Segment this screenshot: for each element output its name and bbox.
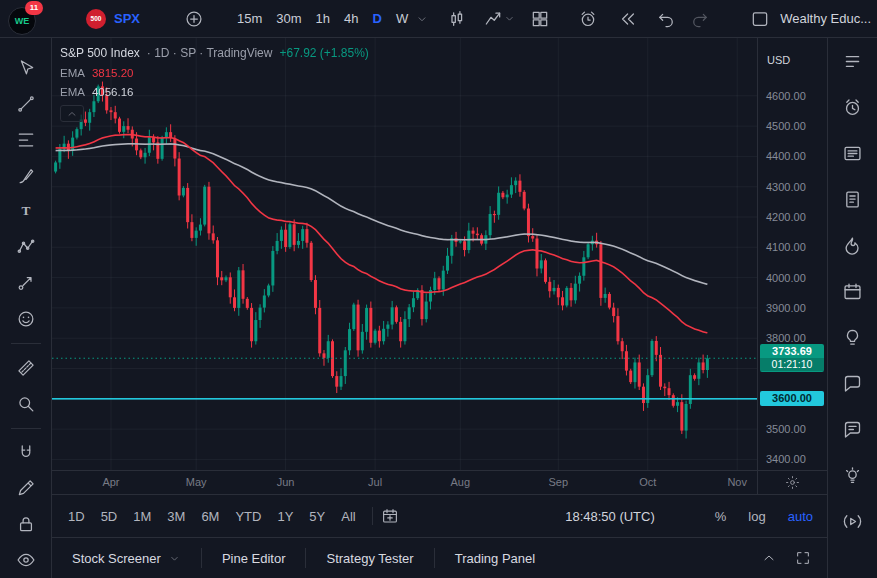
chart-style-button[interactable] xyxy=(447,9,467,29)
go-to-date-button[interactable] xyxy=(381,507,399,525)
axis-currency-label[interactable]: USD xyxy=(767,54,790,66)
undo-button[interactable] xyxy=(656,9,676,29)
symbol-search-button[interactable]: SPX xyxy=(114,11,140,26)
hotlists-button[interactable] xyxy=(841,234,865,256)
undo-icon xyxy=(656,9,676,29)
watchlist-button[interactable] xyxy=(841,50,865,72)
tradingview-app: WE 11 500 SPX 15m30m1h4hDW xyxy=(0,0,877,578)
help-button[interactable] xyxy=(841,464,865,486)
brush-tool-button[interactable] xyxy=(7,158,45,194)
emoji-tool-button[interactable] xyxy=(7,301,45,337)
time-axis[interactable]: AprMayJunJulAugSepOctNov xyxy=(52,470,757,494)
zoom-icon xyxy=(16,394,36,414)
timeframe-chevron-icon[interactable] xyxy=(415,12,429,26)
compare-add-symbol-button[interactable] xyxy=(184,9,204,29)
range-1m[interactable]: 1M xyxy=(125,509,159,524)
pattern-tool-button[interactable] xyxy=(7,229,45,265)
toolbar-divider xyxy=(11,428,41,429)
price-axis[interactable]: USD 3733.69 01:21:10 3600.00 4600.004500… xyxy=(757,38,827,470)
tab-stock-screener[interactable]: Stock Screener xyxy=(52,538,201,578)
news-button[interactable] xyxy=(841,142,865,164)
timeframe-15m[interactable]: 15m xyxy=(230,0,269,38)
range-6m[interactable]: 6M xyxy=(193,509,227,524)
range-5y[interactable]: 5Y xyxy=(301,509,333,524)
alert-button[interactable] xyxy=(578,9,598,29)
indicators-chevron-icon[interactable] xyxy=(503,12,516,25)
timeframe-1h[interactable]: 1h xyxy=(309,0,337,38)
forecast-tool-button[interactable] xyxy=(7,265,45,301)
legend-title-row[interactable]: S&P 500 Index · 1D · SP · TradingView +6… xyxy=(60,46,369,60)
gear-icon xyxy=(785,475,800,490)
shows-button[interactable] xyxy=(841,510,865,532)
tab-strategy-tester[interactable]: Strategy Tester xyxy=(306,538,433,578)
replay-icon xyxy=(618,9,638,29)
top-toolbar: WE 11 500 SPX 15m30m1h4hDW xyxy=(0,0,877,38)
tab-label: Trading Panel xyxy=(455,551,535,566)
text-tool-button[interactable]: T xyxy=(7,193,45,229)
eye-tool-button[interactable] xyxy=(7,542,45,578)
range-buttons: 1D5D1M3M6MYTD1Y5YAll xyxy=(60,509,364,524)
chat-button[interactable] xyxy=(841,372,865,394)
indicator-row-ema-slow[interactable]: EMA 4056.16 xyxy=(60,86,369,98)
indicator-row-ema-fast[interactable]: EMA 3815.20 xyxy=(60,67,369,79)
text-icon: T xyxy=(16,201,36,221)
lock-tool-button[interactable] xyxy=(7,506,45,542)
tab-pine-editor[interactable]: Pine Editor xyxy=(202,538,306,578)
messages-button[interactable] xyxy=(841,418,865,440)
axis-settings-corner[interactable] xyxy=(757,470,827,494)
session-clock[interactable]: 18:48:50 (UTC) xyxy=(565,509,655,524)
percent-scale-button[interactable]: % xyxy=(715,509,727,524)
trend-line-tool-button[interactable] xyxy=(7,86,45,122)
timeframe-30m[interactable]: 30m xyxy=(269,0,308,38)
price-axis-label: 4300.00 xyxy=(766,181,806,193)
sp500-logo: 500 xyxy=(86,9,106,29)
draw-tool-button[interactable] xyxy=(7,470,45,506)
auto-scale-button[interactable]: auto xyxy=(788,509,813,524)
timeframe-4h[interactable]: 4h xyxy=(337,0,365,38)
notebook-button[interactable] xyxy=(841,188,865,210)
price-axis-label: 3400.00 xyxy=(766,453,806,465)
range-1y[interactable]: 1Y xyxy=(269,509,301,524)
price-axis-label: 4400.00 xyxy=(766,150,806,162)
topbar-right: Wealthy Educ... xyxy=(750,9,871,29)
chevron-up-icon xyxy=(66,108,78,120)
indicator-name: EMA xyxy=(60,86,85,98)
bar-replay-button[interactable] xyxy=(618,9,638,29)
panel-expand-button[interactable] xyxy=(761,550,777,566)
save-layout-button[interactable] xyxy=(750,9,770,29)
hotlists-icon xyxy=(842,235,863,256)
fullscreen-button[interactable] xyxy=(795,550,811,566)
time-axis-label: Apr xyxy=(102,476,119,488)
timeframe-w[interactable]: W xyxy=(389,0,415,38)
range-all[interactable]: All xyxy=(333,509,363,524)
forecast-icon xyxy=(16,273,36,293)
account-logo[interactable]: WE 11 xyxy=(8,4,38,34)
measure-tool-button[interactable] xyxy=(7,350,45,386)
legend-collapse-button[interactable] xyxy=(60,105,84,122)
timeframe-d[interactable]: D xyxy=(366,0,389,38)
redo-button[interactable] xyxy=(690,9,710,29)
range-5d[interactable]: 5D xyxy=(93,509,126,524)
tab-trading-panel[interactable]: Trading Panel xyxy=(435,538,555,578)
range-3m[interactable]: 3M xyxy=(159,509,193,524)
range-1d[interactable]: 1D xyxy=(60,509,93,524)
fib-retracement-tool-button[interactable] xyxy=(7,122,45,158)
account-name[interactable]: Wealthy Educ... xyxy=(780,11,871,26)
magnet-tool-button[interactable] xyxy=(7,435,45,471)
log-scale-button[interactable]: log xyxy=(748,509,765,524)
shows-icon xyxy=(842,511,863,532)
ideas-button[interactable] xyxy=(841,326,865,348)
indicators-icon xyxy=(483,9,503,29)
redo-icon xyxy=(690,9,710,29)
cursor-tool-button[interactable] xyxy=(7,50,45,86)
range-ytd[interactable]: YTD xyxy=(227,509,269,524)
price-axis-label: 4500.00 xyxy=(766,120,806,132)
layout-grid-button[interactable] xyxy=(530,9,550,29)
magnet-icon xyxy=(16,443,36,463)
indicators-button[interactable] xyxy=(483,9,503,29)
zoom-tool-button[interactable] xyxy=(7,386,45,422)
alerts-button[interactable] xyxy=(841,96,865,118)
calendar-button[interactable] xyxy=(841,280,865,302)
layout-icon xyxy=(750,9,770,29)
price-axis-label: 3800.00 xyxy=(766,332,806,344)
